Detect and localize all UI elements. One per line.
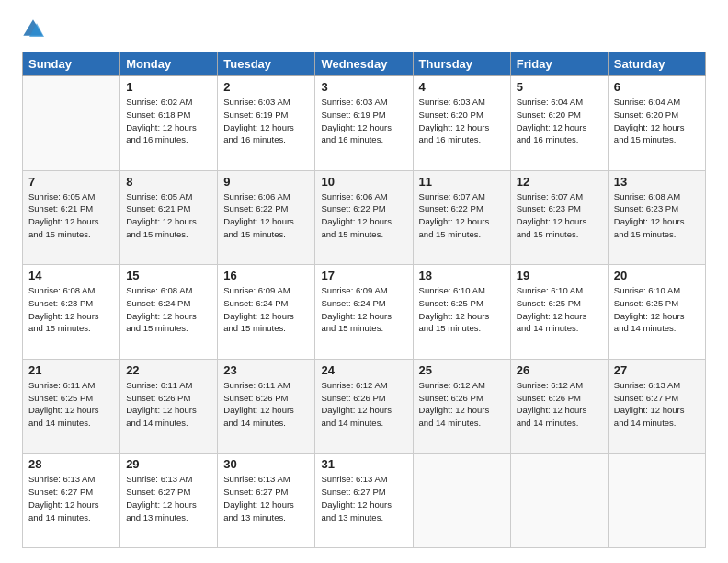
day-info: Sunrise: 6:03 AMSunset: 6:19 PMDaylight:… [321,96,406,146]
calendar-cell: 15Sunrise: 6:08 AMSunset: 6:24 PMDayligh… [120,265,218,360]
sunrise-label: Sunrise: 6:04 AM [614,97,680,107]
day-info: Sunrise: 6:03 AMSunset: 6:19 PMDaylight:… [223,96,309,146]
sunrise-label: Sunrise: 6:08 AM [126,285,192,295]
daylight-label: Daylight: 12 hours and 16 minutes. [517,122,587,145]
calendar-cell: 27Sunrise: 6:13 AMSunset: 6:27 PMDayligh… [608,359,705,454]
day-info: Sunrise: 6:08 AMSunset: 6:23 PMDaylight:… [614,190,700,241]
calendar-cell: 8Sunrise: 6:05 AMSunset: 6:21 PMDaylight… [120,170,218,265]
sunset-label: Sunset: 6:22 PM [321,203,385,213]
day-number: 27 [614,363,700,377]
sunrise-label: Sunrise: 6:11 AM [223,380,290,390]
sunset-label: Sunset: 6:19 PM [321,109,385,120]
calendar-cell: 25Sunrise: 6:12 AMSunset: 6:26 PMDayligh… [413,359,510,454]
daylight-label: Daylight: 12 hours and 14 minutes. [419,405,490,428]
sunset-label: Sunset: 6:26 PM [321,393,385,403]
day-number: 17 [321,269,406,282]
day-info: Sunrise: 6:02 AMSunset: 6:18 PMDaylight:… [126,96,211,146]
calendar-cell: 10Sunrise: 6:06 AMSunset: 6:22 PMDayligh… [315,170,413,265]
day-number: 13 [614,175,700,189]
day-number: 19 [517,269,602,282]
day-number: 12 [517,175,602,189]
calendar-cell [510,454,608,548]
daylight-label: Daylight: 12 hours and 16 minutes. [321,122,392,145]
day-number: 5 [517,80,602,94]
day-number: 7 [28,175,114,189]
daylight-label: Daylight: 12 hours and 16 minutes. [419,122,490,145]
sunset-label: Sunset: 6:22 PM [419,203,483,213]
day-info: Sunrise: 6:13 AMSunset: 6:27 PMDaylight:… [126,473,211,523]
sunrise-label: Sunrise: 6:06 AM [321,191,387,201]
sunset-label: Sunset: 6:25 PM [419,298,483,308]
calendar-cell: 6Sunrise: 6:04 AMSunset: 6:20 PMDaylight… [608,76,705,171]
calendar-cell: 17Sunrise: 6:09 AMSunset: 6:24 PMDayligh… [315,265,413,360]
day-info: Sunrise: 6:10 AMSunset: 6:25 PMDaylight:… [614,284,700,335]
day-info: Sunrise: 6:07 AMSunset: 6:22 PMDaylight:… [419,190,505,241]
sunset-label: Sunset: 6:27 PM [223,487,288,497]
daylight-label: Daylight: 12 hours and 14 minutes. [223,405,294,428]
daylight-label: Daylight: 12 hours and 15 minutes. [28,216,99,239]
day-number: 31 [321,457,406,471]
weekday-header-friday: Friday [510,52,608,76]
sunrise-label: Sunrise: 6:12 AM [321,380,387,390]
daylight-label: Daylight: 12 hours and 15 minutes. [126,311,197,334]
daylight-label: Daylight: 12 hours and 14 minutes. [614,405,685,428]
calendar-table: SundayMondayTuesdayWednesdayThursdayFrid… [22,52,706,548]
day-number: 28 [28,457,114,471]
sunrise-label: Sunrise: 6:10 AM [419,285,485,295]
calendar-cell: 23Sunrise: 6:11 AMSunset: 6:26 PMDayligh… [218,359,315,454]
day-info: Sunrise: 6:12 AMSunset: 6:26 PMDaylight:… [321,379,406,430]
daylight-label: Daylight: 12 hours and 16 minutes. [126,122,197,145]
sunset-label: Sunset: 6:20 PM [419,109,483,120]
day-info: Sunrise: 6:11 AMSunset: 6:26 PMDaylight:… [223,379,309,430]
day-info: Sunrise: 6:12 AMSunset: 6:26 PMDaylight:… [419,379,505,430]
day-number: 15 [126,269,211,282]
sunset-label: Sunset: 6:20 PM [614,109,678,120]
daylight-label: Daylight: 12 hours and 15 minutes. [321,311,392,334]
sunset-label: Sunset: 6:27 PM [614,393,678,403]
sunset-label: Sunset: 6:24 PM [223,298,288,308]
calendar-cell: 31Sunrise: 6:13 AMSunset: 6:27 PMDayligh… [315,454,413,548]
sunset-label: Sunset: 6:26 PM [126,393,190,403]
day-info: Sunrise: 6:13 AMSunset: 6:27 PMDaylight:… [223,473,309,523]
calendar-cell: 20Sunrise: 6:10 AMSunset: 6:25 PMDayligh… [608,265,705,360]
day-number: 14 [28,269,114,282]
calendar-cell: 14Sunrise: 6:08 AMSunset: 6:23 PMDayligh… [23,265,120,360]
sunset-label: Sunset: 6:21 PM [126,203,190,213]
day-info: Sunrise: 6:07 AMSunset: 6:23 PMDaylight:… [517,190,602,241]
sunrise-label: Sunrise: 6:05 AM [126,191,192,201]
calendar-cell: 24Sunrise: 6:12 AMSunset: 6:26 PMDayligh… [315,359,413,454]
day-info: Sunrise: 6:09 AMSunset: 6:24 PMDaylight:… [223,284,309,335]
daylight-label: Daylight: 12 hours and 15 minutes. [614,216,685,239]
logo [22,18,48,40]
sunrise-label: Sunrise: 6:08 AM [28,285,95,295]
weekday-header-thursday: Thursday [413,52,510,76]
day-info: Sunrise: 6:12 AMSunset: 6:26 PMDaylight:… [517,379,602,430]
day-number: 2 [223,80,309,94]
sunrise-label: Sunrise: 6:07 AM [419,191,485,201]
sunrise-label: Sunrise: 6:13 AM [126,474,192,484]
header [22,18,706,40]
sunrise-label: Sunrise: 6:07 AM [517,191,583,201]
daylight-label: Daylight: 12 hours and 15 minutes. [126,216,197,239]
sunrise-label: Sunrise: 6:13 AM [321,474,387,484]
day-number: 30 [223,457,309,471]
calendar-cell: 19Sunrise: 6:10 AMSunset: 6:25 PMDayligh… [510,265,608,360]
weekday-header-sunday: Sunday [23,52,120,76]
sunrise-label: Sunrise: 6:03 AM [419,97,485,107]
daylight-label: Daylight: 12 hours and 15 minutes. [419,216,490,239]
sunset-label: Sunset: 6:23 PM [517,203,581,213]
weekday-header-wednesday: Wednesday [315,52,413,76]
calendar-cell: 2Sunrise: 6:03 AMSunset: 6:19 PMDaylight… [218,76,315,171]
day-info: Sunrise: 6:06 AMSunset: 6:22 PMDaylight:… [223,190,309,241]
sunrise-label: Sunrise: 6:02 AM [126,97,192,107]
day-number: 11 [419,175,505,189]
day-number: 29 [126,457,211,471]
calendar-cell: 3Sunrise: 6:03 AMSunset: 6:19 PMDaylight… [315,76,413,171]
day-info: Sunrise: 6:03 AMSunset: 6:20 PMDaylight:… [419,96,505,146]
calendar-cell [23,76,120,171]
daylight-label: Daylight: 12 hours and 13 minutes. [126,500,197,523]
sunset-label: Sunset: 6:26 PM [223,393,288,403]
sunset-label: Sunset: 6:26 PM [419,393,483,403]
day-number: 23 [223,363,309,377]
page: SundayMondayTuesdayWednesdayThursdayFrid… [0,0,728,563]
